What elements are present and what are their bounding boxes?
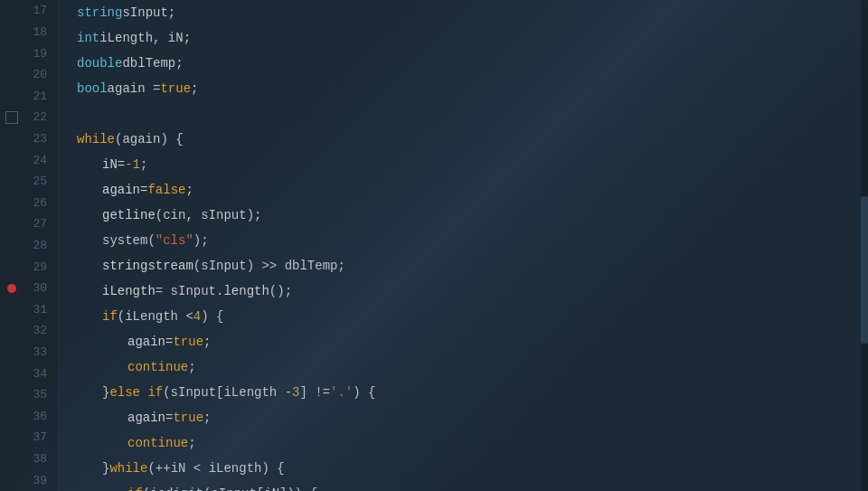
token: bool [77, 81, 108, 96]
code-line-27: stringstream(sInput) >> dblTemp; [77, 253, 868, 279]
token: double [77, 56, 122, 71]
token: 3 [292, 385, 299, 400]
token: again = [108, 81, 161, 96]
line-number-22: 22 [0, 107, 58, 128]
code-line-22: while (again) { [77, 127, 868, 152]
token: ); [193, 233, 209, 248]
token: (cin, sInput); [156, 208, 262, 222]
code-line-36: if (isdigit(sInput[iN])) { [77, 481, 868, 491]
line-number-19: 19 [0, 42, 58, 64]
token: again [102, 183, 140, 197]
line-number-17: 17 [0, 0, 58, 22]
token: (sInput) >> dblTemp; [193, 259, 345, 273]
token: (isdigit(sInput[iN])) { [143, 486, 317, 491]
code-line-21 [77, 101, 868, 127]
line-number-21: 21 [0, 85, 58, 107]
code-line-24: again = false; [77, 177, 868, 203]
token: sInput; [122, 5, 175, 20]
token: '.' [330, 385, 353, 400]
code-line-31: continue; [77, 354, 868, 380]
token: continue [127, 436, 188, 450]
token: again [127, 411, 165, 425]
token: while [109, 461, 147, 476]
code-content: string sInput;int iLength, iN;double dbl… [59, 0, 868, 491]
line-number-26: 26 [0, 192, 58, 213]
token: ) { [353, 385, 375, 400]
code-line-35: } while (++iN < iLength) { [77, 456, 868, 481]
line-number-32: 32 [0, 320, 58, 342]
token: "cls" [156, 233, 193, 248]
token: ] != [299, 385, 330, 400]
scrollbar[interactable] [861, 0, 868, 491]
code-line-19: double dblTemp; [77, 51, 868, 76]
token: (++iN < iLength) { [147, 461, 284, 476]
token: = [140, 183, 147, 197]
token: if [127, 486, 143, 491]
token: iLength, iN; [99, 31, 191, 45]
code-line-26: system("cls"); [77, 228, 868, 253]
code-line-33: again = true; [77, 405, 868, 430]
token: while [77, 132, 115, 146]
token: dblTemp; [122, 56, 183, 71]
code-line-17: string sInput; [77, 0, 868, 25]
token: 4 [193, 309, 201, 324]
token: int [77, 31, 99, 45]
token: string [77, 5, 122, 20]
line-number-18: 18 [0, 22, 58, 43]
code-line-25: getline(cin, sInput); [77, 203, 868, 228]
line-number-34: 34 [0, 363, 58, 384]
line-number-38: 38 [0, 449, 58, 470]
line-number-33: 33 [0, 342, 58, 364]
token: } [102, 385, 109, 400]
token: (again) { [115, 132, 184, 146]
token: ) { [201, 309, 223, 324]
token: = sInput. [156, 284, 224, 298]
token: iN [102, 157, 118, 172]
token: true [160, 81, 191, 96]
line-number-20: 20 [0, 64, 58, 86]
token: true [173, 411, 203, 425]
code-line-20: bool again = true; [77, 76, 868, 101]
code-line-18: int iLength, iN; [77, 25, 868, 51]
token: continue [127, 360, 188, 374]
line-number-31: 31 [0, 299, 58, 321]
line-number-24: 24 [0, 149, 58, 171]
code-line-32: } else if (sInput[iLength - 3] != '.') { [77, 380, 868, 405]
code-editor: 1718192021222324252627282930313233343536… [0, 0, 868, 491]
code-line-28: iLength = sInput.length(); [77, 279, 868, 304]
code-line-30: again = true; [77, 329, 868, 354]
code-line-34: continue; [77, 430, 868, 456]
token: stringstream [102, 259, 193, 273]
token: ; [140, 157, 147, 172]
line-number-27: 27 [0, 213, 58, 235]
token: else if [109, 385, 163, 400]
token: ; [191, 81, 198, 96]
token: true [173, 335, 203, 349]
token: if [102, 309, 118, 324]
line-number-37: 37 [0, 427, 58, 449]
token: iLength [102, 284, 156, 298]
line-number-36: 36 [0, 406, 58, 428]
token: (sInput[iLength - [163, 385, 292, 400]
token: = [165, 335, 173, 349]
token: again [127, 335, 165, 349]
token: false [147, 183, 185, 197]
token: ; [185, 183, 193, 197]
token: length [223, 284, 269, 298]
line-number-25: 25 [0, 171, 58, 193]
line-number-39: 39 [0, 469, 58, 491]
token: (); [269, 284, 292, 298]
line-gutter: 1718192021222324252627282930313233343536… [0, 0, 59, 491]
token: ; [203, 335, 211, 349]
token: ; [188, 436, 195, 450]
token: ; [203, 411, 211, 425]
line-number-30: 30 [0, 278, 58, 299]
token: (iLength < [118, 309, 193, 324]
token: -1 [125, 157, 140, 172]
line-number-28: 28 [0, 235, 58, 257]
token: ; [188, 360, 195, 374]
token: = [118, 157, 125, 172]
code-line-23: iN = -1; [77, 152, 868, 177]
token: } [102, 461, 109, 476]
line-number-35: 35 [0, 384, 58, 406]
